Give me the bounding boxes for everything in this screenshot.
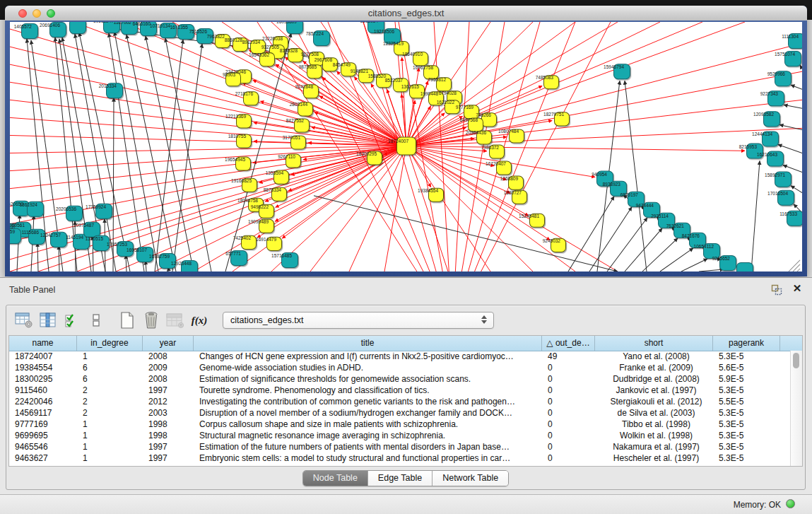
memory-status-indicator[interactable] — [786, 499, 795, 508]
column-header-out_de[interactable]: △ out_de… — [542, 336, 595, 351]
table-cell[interactable]: Disruption of a novel member of a sodium… — [194, 407, 542, 419]
table-cell[interactable]: 6 — [77, 373, 143, 385]
table-cell[interactable]: 2 — [77, 385, 143, 396]
table-cell[interactable]: Jankovic et al. (1997) — [595, 385, 713, 396]
table-cell[interactable]: Estimation of significance thresholds fo… — [194, 373, 542, 385]
table-cell[interactable]: 1 — [77, 351, 143, 362]
table-cell[interactable]: 5.5E-5 — [713, 396, 780, 407]
tab-network-table[interactable]: Network Table — [432, 471, 508, 486]
table-cell[interactable]: 2 — [77, 396, 143, 407]
table-cell[interactable]: 9463627 — [9, 452, 77, 464]
table-row[interactable]: 969969511998Structural magnetic resonanc… — [9, 430, 791, 441]
table-cell[interactable]: Structural magnetic resonance image aver… — [194, 430, 542, 441]
table-cell[interactable]: 2012 — [143, 396, 194, 407]
tab-edge-table[interactable]: Edge Table — [367, 471, 432, 486]
table-cell[interactable]: 5.3E-5 — [713, 385, 780, 396]
table-cell[interactable]: 9465546 — [9, 441, 77, 452]
select-columns-button[interactable] — [61, 310, 83, 331]
table-row[interactable]: 911546021997Tourette syndrome. Phenomeno… — [9, 385, 791, 396]
table-row[interactable]: 1456911722003Disruption of a novel membe… — [9, 407, 791, 419]
table-cell[interactable]: 5.3E-5 — [713, 351, 780, 362]
table-cell[interactable]: 6 — [77, 362, 143, 373]
column-header-pagerank[interactable]: pagerank — [713, 336, 780, 351]
table-cell[interactable]: Nakamura et al. (1997) — [595, 441, 713, 452]
table-cell[interactable]: 1998 — [143, 419, 194, 430]
table-cell[interactable]: 18300295 — [9, 373, 77, 385]
table-cell[interactable]: 1 — [77, 441, 143, 452]
table-cell[interactable]: Estimation of the future numbers of pati… — [194, 441, 542, 452]
table-cell[interactable]: 0 — [542, 373, 595, 385]
column-header-year[interactable]: year — [143, 336, 194, 351]
table-cell[interactable]: 5.6E-5 — [713, 362, 780, 373]
window-titlebar[interactable]: citations_edges.txt — [5, 6, 807, 21]
table-cell[interactable]: 2 — [77, 407, 143, 419]
table-cell[interactable]: Corpus callosum shape and size in male p… — [194, 419, 542, 430]
close-panel-icon[interactable]: ✕ — [792, 283, 803, 294]
table-vertical-scrollbar[interactable] — [790, 351, 802, 466]
table-cell[interactable]: 49 — [542, 351, 595, 362]
delete-table-button[interactable] — [165, 310, 186, 331]
table-cell[interactable]: 19384554 — [9, 362, 77, 373]
table-source-select[interactable]: citations_edges.txt — [223, 312, 494, 329]
table-cell[interactable]: Tourette syndrome. Phenomenology and cla… — [194, 385, 542, 396]
table-cell[interactable]: 9115460 — [9, 385, 77, 396]
table-cell[interactable]: 2008 — [143, 373, 194, 385]
table-cell[interactable]: Yano et al. (2008) — [595, 351, 713, 362]
table-row[interactable]: 977716911998Corpus callosum shape and si… — [9, 419, 791, 430]
table-cell[interactable]: 18724007 — [9, 351, 77, 362]
table-cell[interactable]: Embryonic stem cells: a model to study s… — [194, 452, 542, 464]
table-cell[interactable]: 0 — [542, 419, 595, 430]
float-panel-icon[interactable] — [771, 284, 782, 296]
table-cell[interactable]: 22420046 — [9, 396, 77, 407]
table-cell[interactable]: 1997 — [143, 452, 194, 464]
table-cell[interactable]: 0 — [542, 362, 595, 373]
table-cell[interactable]: 0 — [542, 385, 595, 396]
table-row[interactable]: 946362711997Embryonic stem cells: a mode… — [9, 452, 791, 464]
table-cell[interactable]: 1 — [77, 419, 143, 430]
table-cell[interactable]: 1998 — [143, 430, 194, 441]
table-cell[interactable]: 9699695 — [9, 430, 77, 441]
table-cell[interactable]: Wolkin et al. (1998) — [595, 430, 713, 441]
tab-node-table[interactable]: Node Table — [303, 471, 367, 486]
table-cell[interactable]: Hescheler et al. (1997) — [595, 452, 713, 464]
table-row[interactable]: 1938455462009Genome-wide association stu… — [9, 362, 791, 373]
table-cell[interactable]: 5.3E-5 — [713, 419, 780, 430]
table-cell[interactable]: 5.3E-5 — [713, 441, 780, 452]
table-cell[interactable]: 9777169 — [9, 419, 77, 430]
table-cell[interactable]: 1997 — [143, 441, 194, 452]
table-cell[interactable]: 0 — [542, 396, 595, 407]
table-row[interactable]: 2242004622012Investigating the contribut… — [9, 396, 791, 407]
table-cell[interactable]: 1997 — [143, 385, 194, 396]
table-row[interactable]: 1830029562008Estimation of significance … — [9, 373, 791, 385]
column-header-name[interactable]: name — [9, 336, 77, 351]
table-cell[interactable]: 0 — [542, 452, 595, 464]
table-cell[interactable]: Genome-wide association studies in ADHD. — [194, 362, 542, 373]
table-cell[interactable]: de Silva et al. (2003) — [595, 407, 713, 419]
table-cell[interactable]: 2003 — [143, 407, 194, 419]
table-cell[interactable]: 5.3E-5 — [713, 407, 780, 419]
new-table-button[interactable] — [117, 310, 138, 331]
table-cell[interactable]: 0 — [542, 441, 595, 452]
row-height-button[interactable] — [86, 310, 107, 331]
table-cell[interactable]: 5.9E-5 — [713, 373, 780, 385]
scrollbar-thumb[interactable] — [793, 353, 799, 368]
table-cell[interactable]: Tibbo et al. (1998) — [595, 419, 713, 430]
column-header-in_degree[interactable]: in_degree — [77, 336, 143, 351]
table-cell[interactable]: Stergiakouli et al. (2012) — [595, 396, 713, 407]
column-header-short[interactable]: short — [595, 336, 713, 351]
table-row[interactable]: 1872400712008Changes of HCN gene express… — [9, 351, 791, 362]
delete-rows-button[interactable] — [141, 310, 162, 331]
table-cell[interactable]: 0 — [542, 407, 595, 419]
table-cell[interactable]: 1 — [77, 452, 143, 464]
column-header-title[interactable]: title — [194, 336, 542, 351]
table-cell[interactable]: 5.3E-5 — [713, 430, 780, 441]
table-cell[interactable]: 2008 — [143, 351, 194, 362]
table-cell[interactable]: Franke et al. (2009) — [595, 362, 713, 373]
table-cell[interactable]: 5.3E-5 — [713, 452, 780, 464]
table-settings-button[interactable] — [13, 310, 35, 331]
table-row[interactable]: 946554611997Estimation of the future num… — [9, 441, 791, 452]
table-cell[interactable]: 1 — [77, 430, 143, 441]
table-cell[interactable]: 0 — [542, 430, 595, 441]
network-canvas[interactable]: 7963822886012889129342322603893275051654… — [10, 22, 802, 271]
table-cell[interactable]: Dudbridge et al. (2008) — [595, 373, 713, 385]
